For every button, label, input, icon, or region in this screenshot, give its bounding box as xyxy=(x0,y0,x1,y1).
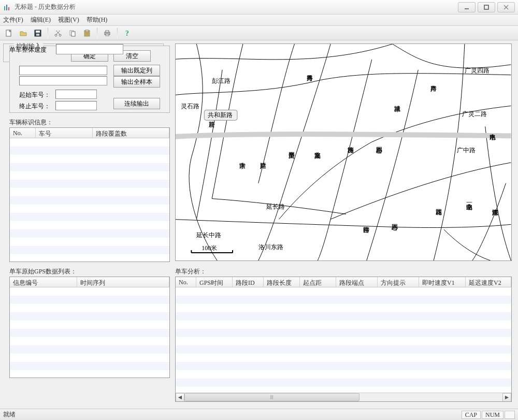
toolbar-separator xyxy=(117,28,118,38)
svg-rect-2 xyxy=(8,7,9,10)
svg-rect-20 xyxy=(106,31,109,32)
road-label: 中山北一路 xyxy=(466,201,472,210)
svg-rect-16 xyxy=(71,32,75,36)
menu-view[interactable]: 视图(V) xyxy=(58,16,79,24)
map-svg: 彭江路 灵石路 粤秀路 广灵四路 广粤路 凉城路 广灵二路 水电路 广中路 新同… xyxy=(176,44,511,260)
scroll-thumb[interactable] xyxy=(184,393,359,401)
gps-rows xyxy=(10,287,169,378)
scroll-track[interactable] xyxy=(184,393,502,401)
road-label: 新同心路 xyxy=(376,147,383,154)
map-tooltip: 共和新路 xyxy=(204,110,237,120)
analysis-table[interactable]: No. GPS时间 路段ID 路段长度 起点距 路段端点 方向提示 即时速度V1… xyxy=(175,277,512,402)
road-label: 广中路 xyxy=(457,147,476,154)
client-area: 控制输入 确定 清空 输出既定列 输出全样本 起始车号： 终止车号： 连续输出 … xyxy=(0,40,518,409)
col-v1[interactable]: 即时速度V1 xyxy=(419,277,466,287)
gps-list-label: 单车原始GPS数据列表： xyxy=(9,267,77,276)
analysis-label: 单车分析： xyxy=(175,267,206,276)
output-preset-button[interactable]: 输出既定列 xyxy=(113,65,160,76)
road-label: 延长中路 xyxy=(196,231,221,239)
menu-file[interactable]: 文件(F) xyxy=(3,16,23,24)
statusbar: 就绪 CAP NUM xyxy=(0,409,518,420)
road-label: 广灵二路 xyxy=(462,110,487,118)
road-label: 北宝兴路 xyxy=(314,152,320,159)
end-vehicle-label: 终止车号： xyxy=(19,102,50,111)
svg-rect-4 xyxy=(484,5,488,9)
input-2[interactable] xyxy=(19,76,107,85)
col-info-id[interactable]: 信息编号 xyxy=(10,277,77,287)
start-vehicle-input[interactable] xyxy=(55,90,97,99)
new-icon[interactable] xyxy=(3,27,15,39)
road-label: 广灵四路 xyxy=(465,67,490,74)
h-scrollbar[interactable]: ◄ ► xyxy=(176,393,511,401)
road-label: 平型关路 xyxy=(288,152,294,159)
open-icon[interactable] xyxy=(18,27,29,39)
window-title: 无标题 - 历史数据分析 xyxy=(15,3,456,11)
svg-text:?: ? xyxy=(125,30,129,37)
col-endpoint[interactable]: 路段端点 xyxy=(336,277,378,287)
titlebar: 无标题 - 历史数据分析 xyxy=(0,0,518,15)
copy-icon[interactable] xyxy=(67,27,78,39)
print-icon[interactable] xyxy=(102,27,113,39)
overall-speed-label: 单车整体速度 xyxy=(9,46,47,54)
status-num: NUM xyxy=(482,411,503,419)
map-panel[interactable]: 彭江路 灵石路 粤秀路 广灵四路 广粤路 凉城路 广灵二路 水电路 广中路 新同… xyxy=(175,44,512,261)
svg-rect-9 xyxy=(36,31,40,33)
col-start[interactable]: 起点距 xyxy=(300,277,336,287)
col-veh[interactable]: 车号 xyxy=(36,128,93,138)
minimize-button[interactable] xyxy=(458,2,476,12)
input-1[interactable] xyxy=(19,66,107,75)
vehicle-rows xyxy=(10,138,169,262)
col-time[interactable]: 时间序列 xyxy=(77,277,169,287)
end-vehicle-input[interactable] xyxy=(55,101,97,110)
cut-icon[interactable] xyxy=(52,27,64,39)
scroll-right-icon[interactable]: ► xyxy=(502,393,511,402)
toolbar: ? xyxy=(0,26,518,40)
road-label: 柳营路 xyxy=(363,227,369,233)
menu-edit[interactable]: 编辑(E) xyxy=(31,16,51,24)
vehicle-info-table[interactable]: No. 车号 路段覆盖数 xyxy=(9,127,170,262)
road-label: 凉城路 xyxy=(394,106,401,112)
col-cover[interactable]: 路段覆盖数 xyxy=(93,128,169,138)
control-input-group: 控制输入 确定 清空 输出既定列 输出全样本 起始车号： 终止车号： 连续输出 xyxy=(9,46,170,113)
col-gpstime[interactable]: GPS时间 xyxy=(196,277,233,287)
close-button[interactable] xyxy=(497,2,515,12)
col-seglen[interactable]: 路段长度 xyxy=(264,277,300,287)
status-ready: 就绪 xyxy=(3,410,16,419)
analysis-rows xyxy=(176,287,511,393)
svg-text:共和新路: 共和新路 xyxy=(208,111,233,119)
menubar: 文件(F) 编辑(E) 视图(V) 帮助(H) xyxy=(0,15,518,26)
help-icon[interactable]: ? xyxy=(122,27,133,39)
road-label: 延长路 xyxy=(266,203,285,210)
svg-rect-21 xyxy=(106,34,109,36)
menu-help[interactable]: 帮助(H) xyxy=(87,16,108,24)
overall-speed-value[interactable] xyxy=(56,44,123,54)
toolbar-separator xyxy=(48,28,48,38)
gps-list-table[interactable]: 信息编号 时间序列 xyxy=(9,277,170,378)
continuous-output-button[interactable]: 连续输出 xyxy=(113,98,160,109)
toolbar-separator xyxy=(97,28,97,38)
road-label: 彭江路 xyxy=(212,77,231,84)
paste-icon[interactable] xyxy=(81,27,93,39)
maximize-button[interactable] xyxy=(478,2,495,12)
col-segid[interactable]: 路段ID xyxy=(233,277,264,287)
start-vehicle-label: 起始车号： xyxy=(19,91,50,99)
road-label: 广粤路 xyxy=(430,85,436,92)
road-label: 大宁路 xyxy=(239,163,246,169)
col-no[interactable]: No. xyxy=(176,277,196,287)
app-icon xyxy=(3,3,11,11)
svg-rect-10 xyxy=(36,34,39,36)
road-label: 粤秀路 xyxy=(306,75,312,81)
scroll-left-icon[interactable]: ◄ xyxy=(176,393,184,402)
road-label: 灵石路 xyxy=(181,103,200,110)
status-cap: CAP xyxy=(462,411,481,419)
map-scale: 100米 xyxy=(191,244,233,253)
col-v2[interactable]: 延迟速度V2 xyxy=(466,277,511,287)
road-label: 同心路 xyxy=(392,224,398,231)
col-dir[interactable]: 方向提示 xyxy=(378,277,419,287)
col-no[interactable]: No. xyxy=(10,128,36,138)
svg-rect-0 xyxy=(4,6,5,10)
output-all-button[interactable]: 输出全样本 xyxy=(113,76,160,88)
svg-rect-1 xyxy=(6,5,7,10)
svg-text:100米: 100米 xyxy=(202,244,217,252)
save-icon[interactable] xyxy=(32,27,44,39)
